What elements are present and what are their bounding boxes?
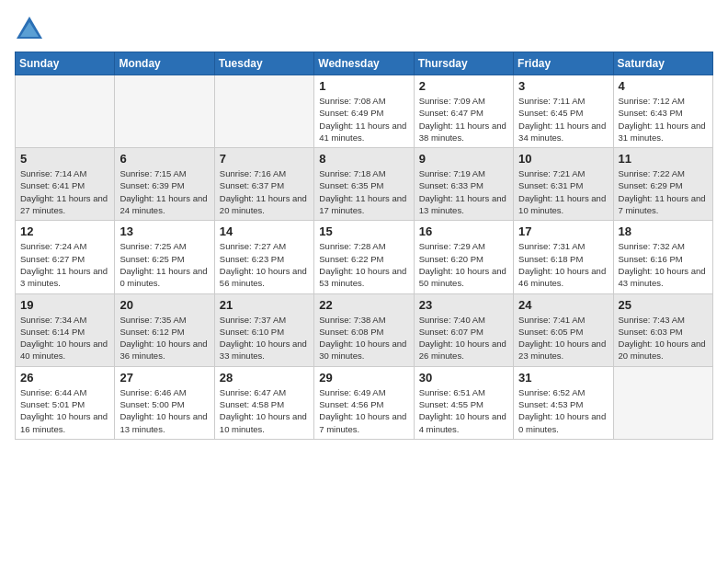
day-info: Sunrise: 6:46 AM Sunset: 5:00 PM Dayligh… — [119, 386, 209, 435]
day-number: 15 — [319, 224, 408, 238]
day-number: 2 — [419, 79, 508, 93]
calendar-day-cell: 24Sunrise: 7:41 AM Sunset: 6:05 PM Dayli… — [514, 293, 613, 366]
logo — [15, 15, 48, 40]
calendar-day-cell: 11Sunrise: 7:22 AM Sunset: 6:29 PM Dayli… — [613, 148, 712, 221]
calendar-day-cell: 21Sunrise: 7:37 AM Sunset: 6:10 PM Dayli… — [214, 293, 313, 366]
day-info: Sunrise: 7:11 AM Sunset: 6:45 PM Dayligh… — [518, 95, 608, 144]
weekday-header: Saturday — [613, 52, 712, 75]
day-number: 10 — [518, 152, 608, 166]
day-info: Sunrise: 7:28 AM Sunset: 6:22 PM Dayligh… — [319, 240, 408, 289]
day-info: Sunrise: 6:44 AM Sunset: 5:01 PM Dayligh… — [20, 386, 109, 435]
day-number: 19 — [20, 298, 109, 312]
day-number: 26 — [20, 371, 109, 385]
day-number: 25 — [619, 298, 708, 312]
page-header — [15, 15, 713, 40]
day-info: Sunrise: 7:38 AM Sunset: 6:08 PM Dayligh… — [319, 314, 408, 362]
day-info: Sunrise: 7:27 AM Sunset: 6:23 PM Dayligh… — [220, 240, 309, 289]
day-info: Sunrise: 7:34 AM Sunset: 6:14 PM Dayligh… — [20, 314, 109, 362]
day-number: 11 — [619, 152, 708, 166]
calendar-day-cell: 13Sunrise: 7:25 AM Sunset: 6:25 PM Dayli… — [115, 221, 214, 293]
calendar-day-cell: 20Sunrise: 7:35 AM Sunset: 6:12 PM Dayli… — [115, 293, 214, 366]
weekday-header: Friday — [514, 52, 613, 75]
day-info: Sunrise: 7:43 AM Sunset: 6:03 PM Dayligh… — [619, 314, 708, 362]
day-number: 20 — [119, 298, 209, 312]
calendar-week-row: 26Sunrise: 6:44 AM Sunset: 5:01 PM Dayli… — [16, 366, 713, 439]
day-info: Sunrise: 7:22 AM Sunset: 6:29 PM Dayligh… — [619, 167, 708, 216]
calendar-day-cell: 14Sunrise: 7:27 AM Sunset: 6:23 PM Dayli… — [214, 221, 313, 293]
day-info: Sunrise: 7:37 AM Sunset: 6:10 PM Dayligh… — [220, 314, 309, 362]
calendar-day-cell: 22Sunrise: 7:38 AM Sunset: 6:08 PM Dayli… — [314, 293, 414, 366]
day-number: 9 — [419, 152, 508, 166]
day-info: Sunrise: 7:09 AM Sunset: 6:47 PM Dayligh… — [419, 95, 508, 144]
day-number: 1 — [319, 79, 408, 93]
day-number: 5 — [20, 152, 109, 166]
day-info: Sunrise: 7:12 AM Sunset: 6:43 PM Dayligh… — [619, 95, 708, 144]
day-number: 24 — [518, 298, 608, 312]
day-info: Sunrise: 6:52 AM Sunset: 4:53 PM Dayligh… — [518, 386, 608, 435]
day-number: 13 — [119, 224, 209, 238]
day-info: Sunrise: 7:21 AM Sunset: 6:31 PM Dayligh… — [518, 167, 608, 216]
day-info: Sunrise: 7:29 AM Sunset: 6:20 PM Dayligh… — [419, 240, 508, 289]
day-number: 28 — [220, 371, 309, 385]
day-number: 27 — [119, 371, 209, 385]
calendar-week-row: 5Sunrise: 7:14 AM Sunset: 6:41 PM Daylig… — [16, 148, 713, 221]
day-number: 30 — [419, 371, 508, 385]
weekday-header: Sunday — [16, 52, 115, 75]
calendar-day-cell: 23Sunrise: 7:40 AM Sunset: 6:07 PM Dayli… — [414, 293, 513, 366]
calendar-day-cell: 3Sunrise: 7:11 AM Sunset: 6:45 PM Daylig… — [514, 75, 613, 148]
day-info: Sunrise: 7:16 AM Sunset: 6:37 PM Dayligh… — [220, 167, 309, 216]
day-number: 16 — [419, 224, 508, 238]
day-info: Sunrise: 7:25 AM Sunset: 6:25 PM Dayligh… — [119, 240, 209, 289]
day-info: Sunrise: 7:40 AM Sunset: 6:07 PM Dayligh… — [419, 314, 508, 362]
calendar-day-cell: 8Sunrise: 7:18 AM Sunset: 6:35 PM Daylig… — [314, 148, 414, 221]
calendar-day-cell: 18Sunrise: 7:32 AM Sunset: 6:16 PM Dayli… — [613, 221, 712, 293]
day-info: Sunrise: 7:14 AM Sunset: 6:41 PM Dayligh… — [20, 167, 109, 216]
calendar-day-cell — [16, 75, 115, 148]
calendar-week-row: 12Sunrise: 7:24 AM Sunset: 6:27 PM Dayli… — [16, 221, 713, 293]
calendar-day-cell — [613, 366, 712, 439]
weekday-header: Tuesday — [214, 52, 313, 75]
calendar-day-cell: 25Sunrise: 7:43 AM Sunset: 6:03 PM Dayli… — [613, 293, 712, 366]
day-number: 17 — [518, 224, 608, 238]
calendar-week-row: 19Sunrise: 7:34 AM Sunset: 6:14 PM Dayli… — [16, 293, 713, 366]
calendar-day-cell: 27Sunrise: 6:46 AM Sunset: 5:00 PM Dayli… — [115, 366, 214, 439]
calendar-day-cell: 26Sunrise: 6:44 AM Sunset: 5:01 PM Dayli… — [16, 366, 115, 439]
day-info: Sunrise: 6:47 AM Sunset: 4:58 PM Dayligh… — [220, 386, 309, 435]
logo-icon — [15, 15, 44, 40]
calendar-day-cell: 10Sunrise: 7:21 AM Sunset: 6:31 PM Dayli… — [514, 148, 613, 221]
day-info: Sunrise: 7:18 AM Sunset: 6:35 PM Dayligh… — [319, 167, 408, 216]
calendar-day-cell: 6Sunrise: 7:15 AM Sunset: 6:39 PM Daylig… — [115, 148, 214, 221]
day-number: 4 — [619, 79, 708, 93]
day-info: Sunrise: 6:49 AM Sunset: 4:56 PM Dayligh… — [319, 386, 408, 435]
calendar-day-cell — [214, 75, 313, 148]
calendar-day-cell: 9Sunrise: 7:19 AM Sunset: 6:33 PM Daylig… — [414, 148, 513, 221]
calendar-week-row: 1Sunrise: 7:08 AM Sunset: 6:49 PM Daylig… — [16, 75, 713, 148]
day-info: Sunrise: 7:35 AM Sunset: 6:12 PM Dayligh… — [119, 314, 209, 362]
calendar-day-cell: 28Sunrise: 6:47 AM Sunset: 4:58 PM Dayli… — [214, 366, 313, 439]
day-number: 3 — [518, 79, 608, 93]
day-number: 22 — [319, 298, 408, 312]
calendar-day-cell: 17Sunrise: 7:31 AM Sunset: 6:18 PM Dayli… — [514, 221, 613, 293]
calendar-day-cell: 4Sunrise: 7:12 AM Sunset: 6:43 PM Daylig… — [613, 75, 712, 148]
weekday-header-row: SundayMondayTuesdayWednesdayThursdayFrid… — [16, 52, 713, 75]
calendar-day-cell: 1Sunrise: 7:08 AM Sunset: 6:49 PM Daylig… — [314, 75, 414, 148]
calendar-day-cell: 7Sunrise: 7:16 AM Sunset: 6:37 PM Daylig… — [214, 148, 313, 221]
day-number: 8 — [319, 152, 408, 166]
weekday-header: Monday — [115, 52, 214, 75]
day-number: 14 — [220, 224, 309, 238]
day-number: 18 — [619, 224, 708, 238]
day-number: 12 — [20, 224, 109, 238]
day-info: Sunrise: 7:19 AM Sunset: 6:33 PM Dayligh… — [419, 167, 508, 216]
calendar-day-cell: 12Sunrise: 7:24 AM Sunset: 6:27 PM Dayli… — [16, 221, 115, 293]
calendar-day-cell — [115, 75, 214, 148]
day-info: Sunrise: 7:15 AM Sunset: 6:39 PM Dayligh… — [119, 167, 209, 216]
day-number: 21 — [220, 298, 309, 312]
weekday-header: Wednesday — [314, 52, 414, 75]
day-number: 6 — [119, 152, 209, 166]
day-number: 31 — [518, 371, 608, 385]
calendar-day-cell: 2Sunrise: 7:09 AM Sunset: 6:47 PM Daylig… — [414, 75, 513, 148]
day-info: Sunrise: 7:08 AM Sunset: 6:49 PM Dayligh… — [319, 95, 408, 144]
calendar-day-cell: 30Sunrise: 6:51 AM Sunset: 4:55 PM Dayli… — [414, 366, 513, 439]
day-number: 29 — [319, 371, 408, 385]
day-number: 23 — [419, 298, 508, 312]
